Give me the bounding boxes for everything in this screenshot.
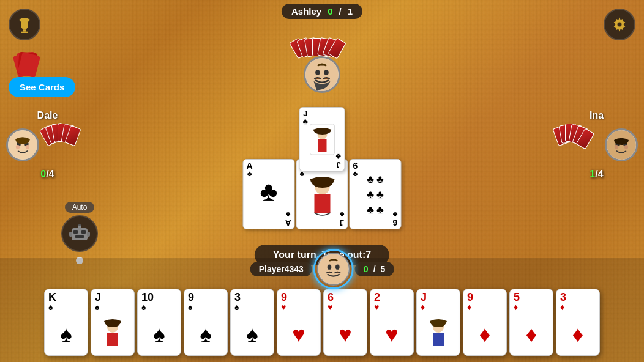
svg-rect-30	[75, 235, 84, 238]
hand-card-1[interactable]: J♠	[91, 289, 135, 356]
settings-icon	[611, 16, 628, 33]
svg-rect-36	[107, 333, 118, 346]
hand-card-0[interactable]: K♠ ♠	[44, 289, 88, 356]
trophy-button[interactable]	[9, 9, 40, 40]
left-player-score: 0/4	[40, 169, 54, 180]
hand-card-11[interactable]: 3♦ ♦	[556, 289, 600, 356]
hand-card-9[interactable]: 9♦ ♦	[463, 289, 507, 356]
hand-card-4[interactable]: 3♠ ♠	[230, 289, 274, 356]
right-player-cards-fan	[555, 124, 601, 166]
hand-card-2[interactable]: 10♠ ♠	[137, 289, 181, 356]
top-player-name: Ashley	[291, 6, 321, 17]
svg-point-41	[335, 265, 340, 270]
hand-card-10[interactable]: 5♦ ♦	[509, 289, 553, 356]
svg-rect-27	[72, 228, 88, 240]
cards-icon-area	[12, 49, 49, 78]
svg-rect-29	[81, 230, 86, 234]
svg-point-20	[615, 145, 618, 149]
center-play-area: J♣ ♣ J♣ A♣ ♣ A♣	[243, 95, 402, 229]
player-left: Dale 0/4	[6, 110, 89, 180]
hand-card-5[interactable]: 9♥ ♥	[277, 289, 321, 356]
player-top: Ashley 0/1	[282, 4, 362, 93]
svg-rect-26	[314, 194, 330, 213]
hand-cards-container: K♠ ♠ J♠ 10♠ ♠ 9♠ ♠ 3♠ ♠ 9♥ ♥ 6♥ ♥	[0, 289, 644, 356]
right-player-name: Ina	[590, 110, 604, 121]
center-card-ace: A♣ ♣ A♣	[243, 159, 295, 229]
svg-point-40	[328, 265, 332, 270]
svg-rect-1	[21, 32, 28, 33]
svg-point-12	[8, 130, 37, 160]
top-player-avatar	[304, 56, 340, 93]
svg-rect-38	[433, 333, 444, 346]
bottom-player-score-current: 0	[364, 264, 369, 274]
hand-card-3[interactable]: 9♠ ♠	[184, 289, 228, 356]
robot-icon[interactable]	[61, 215, 98, 252]
auto-area: Auto	[61, 202, 98, 264]
player-right: Ina 1/4	[555, 110, 638, 180]
svg-point-3	[618, 23, 622, 27]
left-player-name: Dale	[37, 110, 58, 121]
player-bottom-info: Player4343 0/5	[250, 253, 394, 286]
svg-point-15	[16, 145, 20, 149]
top-player-cards-fan	[298, 23, 346, 56]
bottom-player-name: Player4343	[259, 264, 304, 274]
settings-button[interactable]	[604, 9, 635, 40]
center-card-six: 6♣ ♣♣ ♣♣ ♣♣ 6♣	[350, 159, 402, 229]
svg-rect-28	[73, 230, 78, 234]
center-card-jack-top: J♣ ♣ J♣	[299, 107, 345, 171]
hand-card-6[interactable]: 6♥ ♥	[323, 289, 367, 356]
top-player-score-total: 1	[348, 6, 353, 17]
bottom-player-avatar-container	[317, 253, 350, 286]
bottom-player-avatar	[317, 253, 350, 286]
bottom-player-score-badge: 0/5	[355, 262, 394, 276]
bottom-player-score-total: 5	[381, 264, 386, 274]
svg-point-16	[26, 145, 29, 149]
hand-card-8[interactable]: J♦	[416, 289, 460, 356]
svg-point-21	[624, 145, 628, 149]
svg-point-32	[78, 224, 81, 226]
left-player-avatar	[6, 128, 39, 161]
right-player-avatar	[605, 128, 638, 161]
svg-rect-34	[87, 232, 90, 237]
svg-rect-33	[69, 232, 72, 237]
auto-label: Auto	[65, 202, 95, 213]
right-player-score: 1/4	[590, 169, 603, 180]
cards-deck-icon	[12, 49, 49, 78]
svg-point-10	[324, 70, 329, 75]
svg-point-39	[318, 254, 349, 284]
svg-rect-24	[318, 139, 326, 152]
trophy-icon	[16, 16, 33, 33]
hand-card-7[interactable]: 2♥ ♥	[370, 289, 414, 356]
svg-point-9	[315, 70, 320, 75]
robot-face-icon	[68, 222, 91, 245]
svg-rect-0	[23, 29, 26, 32]
see-cards-button[interactable]: See Cards	[9, 77, 75, 97]
see-cards-label: See Cards	[20, 82, 64, 92]
left-player-cards-fan	[43, 124, 89, 166]
top-player-badge: Ashley 0/1	[282, 4, 362, 19]
bottom-player-badge: Player4343	[250, 262, 312, 276]
top-player-score-current: 0	[328, 6, 332, 17]
